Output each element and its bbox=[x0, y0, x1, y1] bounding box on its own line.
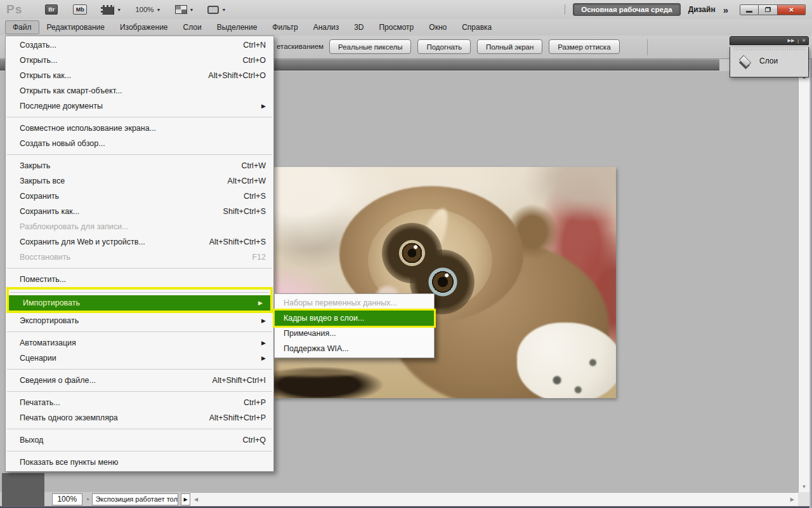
menu-item-export[interactable]: Экспортировать▶ bbox=[6, 313, 273, 328]
ps-logo-icon: Ps bbox=[6, 3, 22, 17]
menu-analysis[interactable]: Анализ bbox=[306, 20, 347, 34]
version-cue-icon[interactable]: ◔ bbox=[85, 495, 90, 504]
tools-panel-remnant bbox=[2, 473, 44, 506]
menu-item-label: Совместное использование экрана... bbox=[20, 124, 156, 133]
actual-pixels-button[interactable]: Реальные пикселы bbox=[329, 39, 411, 54]
filmstrip-icon bbox=[101, 5, 114, 15]
menu-help[interactable]: Справка bbox=[454, 20, 499, 34]
menu-item-save[interactable]: СохранитьCtrl+S bbox=[6, 189, 273, 204]
submenu-item-variable-data-sets: Наборы переменных данных... bbox=[275, 295, 434, 311]
screen-mode-control[interactable]: ▼ bbox=[207, 6, 226, 14]
menu-item-save-for-web[interactable]: Сохранить для Web и устройств...Alt+Shif… bbox=[6, 234, 273, 250]
layers-panel-title: Слои bbox=[759, 57, 778, 65]
menu-item-label: Сохранить для Web и устройств... bbox=[20, 237, 145, 246]
menu-item-new[interactable]: Создать...Ctrl+N bbox=[6, 37, 273, 53]
menu-layers[interactable]: Слои bbox=[176, 20, 209, 34]
menu-image[interactable]: Изображение bbox=[112, 20, 176, 34]
panel-close-icon[interactable]: ✕ bbox=[802, 38, 806, 43]
menu-item-exit[interactable]: ВыходCtrl+Q bbox=[6, 432, 273, 448]
menu-item-close[interactable]: ЗакрытьCtrl+W bbox=[6, 158, 273, 173]
menu-view[interactable]: Просмотр bbox=[371, 20, 421, 34]
import-submenu: Наборы переменных данных... Кадры видео … bbox=[274, 293, 435, 358]
menu-item-shortcut: Shift+Ctrl+S bbox=[223, 207, 266, 216]
status-zoom-field[interactable]: 100% bbox=[52, 493, 82, 505]
panel-grip-texture[interactable] bbox=[733, 47, 805, 51]
workspace-button[interactable]: Основная рабочая среда bbox=[573, 3, 680, 16]
menu-item-revert: ВосстановитьF12 bbox=[6, 250, 273, 265]
menu-item-label: Разблокировать для записи... bbox=[20, 222, 128, 231]
options-divider bbox=[647, 39, 648, 55]
menu-item-scripts[interactable]: Сценарии▶ bbox=[6, 351, 273, 366]
workspace-overflow-chevron[interactable]: » bbox=[723, 4, 728, 15]
submenu-arrow-icon: ▶ bbox=[261, 103, 266, 109]
submenu-item-wia-support[interactable]: Поддержка WIA... bbox=[275, 341, 434, 356]
status-bar: 100% ◔ Экспозиция работает только ... ▶ bbox=[44, 492, 190, 506]
minimize-button[interactable] bbox=[740, 4, 759, 15]
scroll-left-icon[interactable]: ◀ bbox=[194, 497, 198, 502]
menu-item-label: Сценарии bbox=[20, 354, 56, 363]
close-button[interactable]: ✕ bbox=[778, 4, 806, 15]
menu-item-place[interactable]: Поместить... bbox=[6, 272, 273, 287]
menu-window[interactable]: Окно bbox=[421, 20, 454, 34]
canvas-photo bbox=[273, 167, 616, 398]
zoom-level-control[interactable]: 100% ▼ bbox=[135, 6, 160, 13]
horizontal-scrollbar[interactable]: ◀ ▶ bbox=[190, 492, 798, 506]
submenu-item-label: Примечания... bbox=[284, 329, 336, 338]
print-size-button[interactable]: Размер оттиска bbox=[549, 39, 619, 54]
scroll-down-icon[interactable]: ▼ bbox=[802, 485, 807, 490]
menu-select[interactable]: Выделение bbox=[209, 20, 265, 34]
menu-item-open[interactable]: Открыть...Ctrl+O bbox=[6, 53, 273, 68]
menu-item-create-new-review[interactable]: Создать новый обзор... bbox=[6, 136, 273, 151]
mini-bridge-button[interactable]: Mb bbox=[73, 4, 87, 15]
menu-item-show-all-menu-items[interactable]: Показать все пункты меню bbox=[6, 455, 273, 470]
menu-item-recent-documents[interactable]: Последние документы▶ bbox=[6, 98, 273, 114]
submenu-item-label: Наборы переменных данных... bbox=[284, 298, 397, 307]
panel-header-divider: | bbox=[797, 39, 799, 43]
arrange-documents-control[interactable]: ▼ bbox=[175, 5, 194, 14]
vertical-scrollbar[interactable]: ▲ ▼ bbox=[798, 71, 809, 492]
submenu-item-notes[interactable]: Примечания... bbox=[275, 326, 434, 341]
menu-item-shortcut: Alt+Shift+Ctrl+I bbox=[213, 376, 266, 385]
panel-collapse-icon[interactable]: ▶▶ bbox=[788, 38, 795, 43]
fill-screen-button[interactable]: Полный экран bbox=[477, 39, 542, 54]
menu-item-open-as[interactable]: Открыть как...Alt+Shift+Ctrl+O bbox=[6, 68, 273, 83]
menu-item-close-all[interactable]: Закрыть всеAlt+Ctrl+W bbox=[6, 173, 273, 189]
menu-item-shortcut: Alt+Shift+Ctrl+P bbox=[209, 413, 266, 422]
menu-item-import[interactable]: Импортировать▶ bbox=[9, 295, 270, 311]
menu-item-print-one-copy[interactable]: Печать одного экземпляраAlt+Shift+Ctrl+P bbox=[6, 410, 273, 425]
menu-3d[interactable]: 3D bbox=[346, 20, 371, 34]
chevron-down-icon: ▼ bbox=[117, 8, 121, 12]
fit-screen-button[interactable]: Подогнать bbox=[417, 39, 470, 54]
submenu-item-video-frames-to-layers[interactable]: Кадры видео в слои... bbox=[275, 311, 434, 326]
menu-item-label: Сохранить bbox=[20, 192, 59, 201]
scroll-right-icon[interactable]: ▶ bbox=[790, 497, 794, 502]
menu-item-automate[interactable]: Автоматизация▶ bbox=[6, 335, 273, 351]
status-message: Экспозиция работает только ... bbox=[92, 493, 178, 505]
status-expand-button[interactable]: ▶ bbox=[181, 493, 190, 505]
submenu-item-label: Кадры видео в слои... bbox=[284, 314, 364, 323]
workspace-design-button[interactable]: Дизайн bbox=[688, 5, 716, 14]
menu-item-shortcut: Alt+Shift+Ctrl+S bbox=[209, 237, 266, 246]
menu-separator bbox=[7, 268, 272, 269]
menu-item-open-as-smart-object[interactable]: Открыть как смарт-объект... bbox=[6, 83, 273, 98]
submenu-arrow-icon: ▶ bbox=[261, 318, 266, 324]
layers-panel-tab[interactable]: Слои bbox=[730, 51, 808, 67]
menu-item-print[interactable]: Печатать...Ctrl+P bbox=[6, 395, 273, 410]
restore-icon bbox=[765, 7, 771, 12]
menu-item-label: Автоматизация bbox=[20, 338, 76, 347]
toolbar-divider bbox=[565, 4, 565, 15]
bridge-button[interactable]: Br bbox=[45, 4, 58, 15]
mini-bridge-launcher[interactable]: ▼ bbox=[101, 5, 121, 15]
menu-item-label: Создать... bbox=[20, 41, 56, 50]
menu-file[interactable]: Файл bbox=[5, 20, 39, 34]
menu-item-label: Экспортировать bbox=[20, 316, 79, 325]
menu-edit[interactable]: Редактирование bbox=[39, 20, 112, 34]
menu-item-save-as[interactable]: Сохранить как...Shift+Ctrl+S bbox=[6, 204, 273, 219]
menu-item-label: Поместить... bbox=[20, 275, 66, 284]
restore-button[interactable] bbox=[759, 4, 778, 15]
menu-item-label: Показать все пункты меню bbox=[20, 458, 118, 467]
menu-item-share-screen[interactable]: Совместное использование экрана... bbox=[6, 121, 273, 136]
menu-item-file-info[interactable]: Сведения о файле...Alt+Shift+Ctrl+I bbox=[6, 373, 273, 388]
file-menu-dropdown: Создать...Ctrl+N Открыть...Ctrl+O Открыт… bbox=[5, 36, 274, 472]
menu-filter[interactable]: Фильтр bbox=[265, 20, 305, 34]
